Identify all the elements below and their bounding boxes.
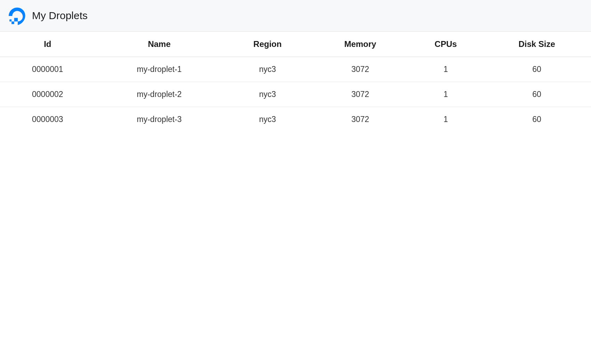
cell-region: nyc3 <box>224 82 312 107</box>
table-row: 0000002 my-droplet-2 nyc3 3072 1 60 <box>0 82 591 107</box>
cell-cpus: 1 <box>409 82 483 107</box>
svg-rect-1 <box>11 22 14 24</box>
cell-id: 0000003 <box>0 107 95 132</box>
cell-disk: 60 <box>483 57 591 82</box>
table-header-row: Id Name Region Memory CPUs Disk Size <box>0 32 591 57</box>
svg-rect-2 <box>9 19 11 22</box>
cell-name: my-droplet-3 <box>95 107 224 132</box>
cell-memory: 3072 <box>311 82 409 107</box>
column-header-memory: Memory <box>311 32 409 57</box>
column-header-cpus: CPUs <box>409 32 483 57</box>
cell-memory: 3072 <box>311 57 409 82</box>
cell-name: my-droplet-2 <box>95 82 224 107</box>
cell-id: 0000002 <box>0 82 95 107</box>
droplets-table: Id Name Region Memory CPUs Disk Size 000… <box>0 32 591 132</box>
cell-memory: 3072 <box>311 107 409 132</box>
svg-rect-0 <box>14 18 18 21</box>
column-header-disk: Disk Size <box>483 32 591 57</box>
cell-disk: 60 <box>483 107 591 132</box>
cell-region: nyc3 <box>224 107 312 132</box>
column-header-region: Region <box>224 32 312 57</box>
cell-cpus: 1 <box>409 57 483 82</box>
droplets-table-wrapper: Id Name Region Memory CPUs Disk Size 000… <box>0 32 591 132</box>
cell-region: nyc3 <box>224 57 312 82</box>
column-header-id: Id <box>0 32 95 57</box>
cell-name: my-droplet-1 <box>95 57 224 82</box>
cell-disk: 60 <box>483 82 591 107</box>
cell-cpus: 1 <box>409 107 483 132</box>
page-title: My Droplets <box>32 10 88 22</box>
cell-id: 0000001 <box>0 57 95 82</box>
table-row: 0000001 my-droplet-1 nyc3 3072 1 60 <box>0 57 591 82</box>
table-row: 0000003 my-droplet-3 nyc3 3072 1 60 <box>0 107 591 132</box>
digitalocean-logo-icon <box>8 6 27 25</box>
column-header-name: Name <box>95 32 224 57</box>
page-header: My Droplets <box>0 0 591 32</box>
